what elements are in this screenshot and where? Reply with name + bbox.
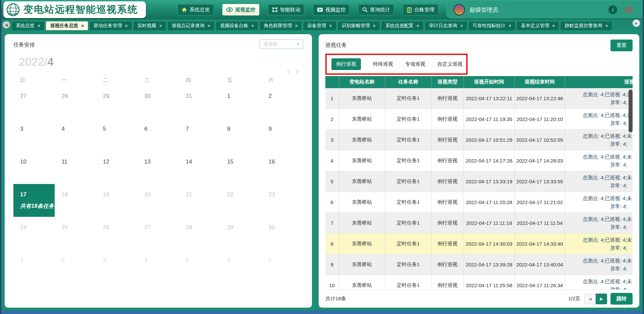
calendar-day-cell[interactable]: 4 — [138, 250, 179, 282]
tab-close-icon[interactable]: × — [159, 23, 162, 28]
tab[interactable]: 系统总览 × — [11, 21, 45, 30]
calendar-day-cell[interactable]: 8 — [220, 118, 262, 151]
table-row[interactable]: 2 东善桥站 定时任务1 例行巡视 2022-04-17 11:19:35 20… — [325, 109, 633, 130]
calendar-day-cell[interactable]: 29 — [220, 217, 262, 250]
tab[interactable]: 巡视任务总览 × — [46, 21, 88, 30]
calendar-day-cell[interactable]: 30 — [138, 85, 179, 118]
calendar-day-cell[interactable]: 26 — [96, 217, 138, 250]
calendar-day-cell[interactable]: 28 — [55, 85, 96, 118]
tab[interactable]: 审计日志查询 × — [425, 21, 467, 30]
tab[interactable]: 静默监视告警查询 × — [560, 21, 612, 30]
tab[interactable]: 基本定义管理 × — [517, 21, 559, 30]
calendar-day-cell[interactable]: 16 — [262, 151, 303, 184]
tab[interactable]: 可靠性指标统计 × — [468, 21, 516, 30]
tab-close-icon[interactable]: × — [373, 23, 376, 28]
inspection-type-subtab[interactable]: 特殊巡视 — [373, 61, 393, 67]
inspection-type-subtab[interactable]: 例行巡视 — [331, 58, 361, 70]
task-type-select[interactable]: 请选择 ▼ — [260, 40, 303, 49]
nav-system-overview[interactable]: 系统总览 — [177, 4, 214, 15]
calendar-day-cell[interactable]: 14 — [179, 151, 220, 184]
calendar-day-cell[interactable]: 30 — [262, 217, 303, 250]
calendar-day-cell[interactable]: 2 — [262, 85, 303, 118]
calendar-day-cell[interactable]: 13 — [138, 151, 179, 184]
tabs-scroll-left-icon[interactable]: ◀ — [3, 21, 10, 28]
table-row[interactable]: 10 东善桥站 定时任务1 例行巡视 2022-04-17 11:25:58 2… — [325, 275, 633, 290]
calendar-day-cell[interactable]: 25 — [55, 217, 96, 250]
calendar-day-cell[interactable]: 28 — [179, 217, 220, 250]
table-row[interactable]: 5 东善桥站 定时任务1 例行巡视 2022-04-17 13:33:19 20… — [325, 171, 633, 192]
calendar-day-cell[interactable]: 7 — [262, 250, 303, 282]
calendar-day-cell[interactable]: 19 — [96, 184, 138, 217]
calendar-day-cell[interactable]: 3 — [96, 250, 138, 282]
calendar-day-cell[interactable]: 18 — [55, 184, 96, 217]
tab-close-icon[interactable]: × — [508, 23, 511, 28]
tab-close-icon[interactable]: × — [295, 23, 298, 28]
tab-close-icon[interactable]: × — [605, 23, 608, 28]
calendar-day-cell[interactable]: 1 — [220, 85, 262, 118]
table-row[interactable]: 8 东善桥站 定时任务1 例行巡视 2022-04-17 14:30:03 20… — [325, 234, 633, 254]
nav-inspection-monitor[interactable]: 巡视监控 — [222, 4, 259, 15]
info-icon[interactable]: i — [608, 5, 617, 14]
nav-query-statistics[interactable]: 查询统计 — [358, 4, 394, 15]
table-row[interactable]: 3 东善桥站 定时任务1 例行巡视 2022-04-17 10:51:29 20… — [325, 130, 633, 150]
calendar-day-cell[interactable]: 27 — [13, 85, 55, 118]
calendar-day-cell[interactable]: 31 — [179, 85, 220, 118]
jump-button[interactable]: 跳转 — [610, 293, 633, 305]
calendar-day-cell[interactable]: 6 — [220, 250, 262, 282]
calendar-day-cell[interactable]: 29 — [96, 85, 138, 118]
calendar-day-cell[interactable]: 12 — [96, 151, 138, 184]
inspection-type-subtab[interactable]: 自定义巡视 — [437, 61, 463, 67]
calendar-day-cell[interactable]: 24 — [13, 217, 55, 250]
calendar-prev-icon[interactable]: ‹ — [287, 66, 290, 76]
tab[interactable]: 设备管理 × — [303, 21, 336, 30]
calendar-day-cell[interactable]: 3 — [13, 118, 55, 151]
nav-video-monitor[interactable]: 视频监控 — [313, 4, 350, 15]
next-page-button[interactable]: ▶ — [596, 294, 607, 304]
calendar-day-cell[interactable]: 5 — [179, 250, 220, 282]
calendar-day-cell[interactable]: 22 — [220, 184, 262, 217]
prev-page-button[interactable]: ◀ — [584, 294, 596, 304]
table-row[interactable]: 4 东善桥站 定时任务1 例行巡视 2022-04-17 14:27:28 20… — [325, 150, 633, 171]
tab-close-icon[interactable]: × — [208, 23, 210, 28]
calendar-day-cell[interactable]: 20 — [138, 184, 179, 217]
inspection-type-subtab[interactable]: 专项巡视 — [405, 61, 425, 67]
table-row[interactable]: 9 东善桥站 定时任务1 例行巡视 2022-04-17 13:39:28 20… — [325, 254, 633, 275]
table-row[interactable]: 6 东善桥站 定时任务1 例行巡视 2022-04-17 11:20:28 20… — [325, 192, 633, 213]
tab-close-icon[interactable]: × — [251, 23, 254, 28]
tab-close-icon[interactable]: × — [552, 23, 555, 28]
calendar-day-cell[interactable]: 11 — [55, 151, 96, 184]
calendar-day-cell[interactable]: 5 — [96, 118, 138, 151]
table-scrollbar[interactable] — [629, 89, 633, 132]
tab-close-icon[interactable]: × — [125, 23, 127, 28]
calendar-day-cell[interactable]: 10 — [13, 151, 55, 184]
tab-close-icon[interactable]: × — [38, 23, 40, 28]
calendar-day-cell[interactable]: 6 — [138, 118, 179, 151]
calendar-day-cell[interactable]: 17 共有18条任务 — [13, 184, 55, 217]
tab-close-icon[interactable]: × — [81, 23, 84, 28]
calendar-next-icon[interactable]: › — [296, 66, 299, 76]
tab[interactable]: 系统信息配置 × — [381, 21, 424, 30]
tab[interactable]: 实时视频 × — [133, 21, 166, 30]
table-row[interactable]: 7 东善桥站 定时任务1 例行巡视 2022-04-17 11:11:18 20… — [325, 213, 633, 234]
avatar[interactable] — [453, 4, 465, 15]
tab[interactable]: 联动任务管理 × — [89, 21, 132, 30]
table-row[interactable]: 1 东善桥站 定时任务1 例行巡视 2022-04-17 13:22:11 20… — [325, 88, 633, 109]
calendar-day-cell[interactable]: 2 — [55, 250, 96, 282]
nav-ledger-management[interactable]: 台账管理 — [403, 4, 438, 15]
calendar-day-cell[interactable]: 7 — [179, 118, 220, 151]
nav-smart-linkage[interactable]: 智能联动 — [268, 4, 304, 15]
calendar-day-cell[interactable]: 23 — [262, 184, 303, 217]
reset-button[interactable]: 重置 — [610, 40, 633, 51]
tab-close-icon[interactable]: × — [460, 23, 463, 28]
tab-close-icon[interactable]: × — [417, 23, 419, 28]
tab[interactable]: 识别策略管理 × — [337, 21, 380, 30]
calendar-day-cell[interactable]: 15 — [220, 151, 262, 184]
tab-close-icon[interactable]: × — [329, 23, 332, 28]
calendar-day-cell[interactable]: 9 — [262, 118, 303, 151]
calendar-day-cell[interactable]: 21 — [179, 184, 220, 217]
tab[interactable]: 巡视点记录查询 × — [167, 21, 215, 30]
calendar-day-cell[interactable]: 27 — [138, 217, 179, 250]
tabs-scroll-right-icon[interactable]: ▶ — [633, 19, 640, 27]
calendar-day-cell[interactable]: 4 — [55, 118, 96, 151]
tab[interactable]: 角色权限管理 × — [259, 21, 302, 30]
